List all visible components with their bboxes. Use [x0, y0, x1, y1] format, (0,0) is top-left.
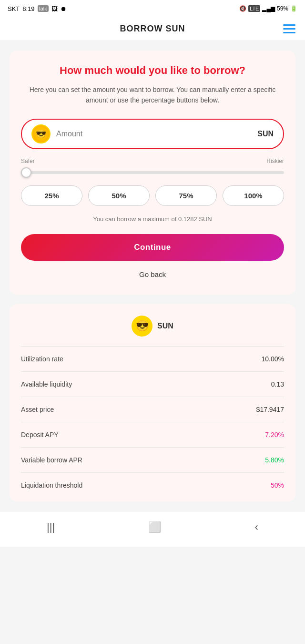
page-title: BORROW SUN [120, 24, 185, 34]
info-row: Utilization rate10.00% [21, 347, 284, 372]
status-left: SKT 8:19 talk 🖼 ⏺ [8, 5, 67, 12]
percent-100-button[interactable]: 100% [223, 185, 284, 206]
menu-line-3 [283, 32, 295, 33]
info-rows: Utilization rate10.00%Available liquidit… [21, 347, 284, 498]
info-row-label: Deposit APY [21, 431, 59, 439]
percent-50-button[interactable]: 50% [88, 185, 150, 206]
info-row-value: 5.80% [265, 456, 284, 464]
safer-label: Safer [21, 158, 35, 164]
lte-icon: LTE [248, 5, 260, 12]
status-bar: SKT 8:19 talk 🖼 ⏺ 🔇 LTE ▂▄▆ 59% 🔋 [0, 0, 305, 17]
info-row-value: 10.00% [262, 355, 284, 363]
info-header: 😎 SUN [21, 316, 284, 337]
borrow-card: How much would you like to borrow? Here … [10, 51, 295, 295]
percent-25-button[interactable]: 25% [21, 185, 82, 206]
info-row: Deposit APY7.20% [21, 422, 284, 448]
record-icon: ⏺ [61, 5, 67, 12]
amount-input-wrapper[interactable]: 😎 SUN [21, 119, 284, 149]
time-label: 8:19 [22, 5, 34, 12]
nav-back-button[interactable]: ‹ [244, 517, 270, 537]
borrow-question: How much would you like to borrow? [21, 64, 284, 78]
signal-icon: ▂▄▆ [262, 5, 275, 12]
continue-button[interactable]: Continue [21, 234, 284, 261]
go-back-link[interactable]: Go back [21, 268, 284, 280]
menu-line-2 [283, 28, 295, 30]
image-icon: 🖼 [51, 5, 58, 12]
info-row-value: 7.20% [265, 431, 284, 439]
info-row-label: Variable borrow APR [21, 456, 82, 464]
percent-buttons-group: 25% 50% 75% 100% [21, 185, 284, 206]
info-row-label: Available liquidity [21, 380, 72, 388]
max-borrow-text: You can borrow a maximum of 0.1282 SUN [21, 215, 284, 223]
risk-slider[interactable] [21, 171, 284, 174]
riskier-label: Riskier [266, 158, 284, 164]
borrow-description: Here you can set the amount you want to … [21, 84, 284, 106]
risk-slider-wrapper: Safer Riskier [21, 158, 284, 176]
info-row-label: Liquidation threshold [21, 481, 82, 489]
header: BORROW SUN [0, 17, 305, 41]
status-right: 🔇 LTE ▂▄▆ 59% 🔋 [239, 5, 297, 12]
battery-icon: 🔋 [290, 5, 297, 12]
mute-icon: 🔇 [239, 5, 246, 12]
talk-icon: talk [38, 5, 49, 12]
info-row-value: 50% [271, 481, 284, 489]
info-row: Variable borrow APR5.80% [21, 448, 284, 473]
info-row-label: Utilization rate [21, 355, 63, 363]
info-row-value: 0.13 [271, 380, 284, 388]
sun-token-icon: 😎 [31, 124, 51, 143]
menu-button[interactable] [283, 24, 295, 33]
battery-label: 59% [277, 5, 288, 12]
info-row: Liquidation threshold50% [21, 473, 284, 498]
percent-75-button[interactable]: 75% [155, 185, 217, 206]
slider-labels: Safer Riskier [21, 158, 284, 164]
info-token-label: SUN [157, 322, 173, 330]
amount-input[interactable] [56, 130, 252, 138]
info-row-label: Asset price [21, 406, 54, 413]
info-row-value: $17.9417 [256, 406, 284, 413]
info-sun-icon: 😎 [132, 316, 152, 337]
info-card: 😎 SUN Utilization rate10.00%Available li… [10, 304, 295, 501]
carrier-label: SKT [8, 5, 20, 12]
bottom-nav: ||| ⬜ ‹ [0, 511, 305, 547]
info-row: Available liquidity0.13 [21, 372, 284, 397]
nav-home-button[interactable]: ⬜ [137, 517, 173, 537]
nav-recents-button[interactable]: ||| [35, 517, 66, 537]
currency-label: SUN [257, 130, 274, 138]
info-row: Asset price$17.9417 [21, 397, 284, 422]
menu-line-1 [283, 24, 295, 26]
